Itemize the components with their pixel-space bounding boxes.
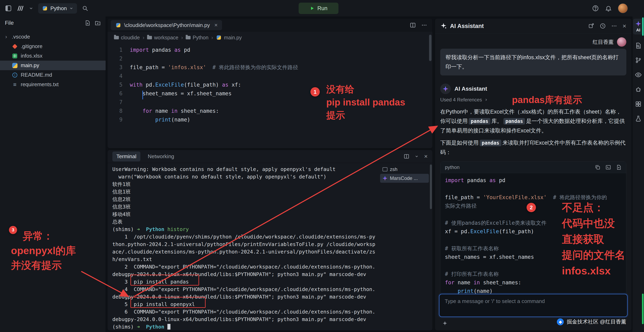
chevron-down-icon[interactable] <box>415 154 419 159</box>
preview-eye-icon[interactable] <box>635 71 642 78</box>
ai-panel-title: AI Assistant <box>450 23 484 29</box>
terminal-output[interactable]: UserWarning: Workbook contains no defaul… <box>108 163 432 331</box>
file-item-.vscode[interactable]: ›.vscode <box>0 32 106 42</box>
editor-code-line: 4 <box>108 72 432 81</box>
file-item-requirements.txt[interactable]: requirements.txt <box>0 80 106 89</box>
chevron-down-icon[interactable] <box>29 6 33 10</box>
notifications-bell-icon[interactable] <box>605 5 612 12</box>
breadcrumb-separator: › <box>181 35 183 40</box>
terminal-line: 2 COMMAND="export PYTHONPATH="/cloudide/… <box>112 263 432 271</box>
file-label: main.py <box>21 62 39 69</box>
file-search-icon[interactable] <box>635 42 642 49</box>
test-flask-icon[interactable] <box>635 115 642 122</box>
editor-scrollbar[interactable] <box>429 35 432 61</box>
copy-code-icon[interactable] <box>595 165 600 170</box>
juejin-logo-icon: ◆ <box>557 319 564 325</box>
file-label: infos.xlsx <box>21 53 42 59</box>
editor-code-line: 2 <box>108 54 432 63</box>
ai-name: AI Assistant <box>454 86 487 92</box>
sidebar-toggle-icon[interactable] <box>5 5 12 12</box>
terminal-line: 信息3班 <box>112 203 432 210</box>
help-icon[interactable] <box>592 5 599 12</box>
session-label: MarsCode ... <box>390 175 418 181</box>
chat-input[interactable] <box>444 298 623 305</box>
file-label: .gitignore <box>21 43 42 49</box>
editor-tab-title: \cloudide\workspace\Python\main.py <box>124 22 210 28</box>
editor-code-line: 6 sheet_names = xf.sheet_names <box>108 89 432 98</box>
new-chat-icon[interactable] <box>588 23 594 29</box>
breadcrumb-item-workspace[interactable]: workspace <box>147 35 178 40</box>
ai-code-line: for name in sheet_names: <box>445 278 622 287</box>
terminal-session-MarsCode-[interactable]: MarsCode ... <box>380 174 429 183</box>
terminal-line: 1 /opt/cloudide/pyenv/shims/python /clou… <box>112 233 432 241</box>
right-scrollbar-bottom[interactable] <box>642 294 644 324</box>
breadcrumb-separator: › <box>142 35 144 40</box>
chevron-down-icon <box>69 6 73 10</box>
terminal-line: thon.python-2024.2.1-universal/pythonFil… <box>112 241 432 248</box>
terminal-scrollbar[interactable] <box>430 165 432 209</box>
terminal-line: 4 COMMAND="export PYTHONPATH="/cloudide/… <box>112 286 432 293</box>
insert-to-file-icon[interactable] <box>616 165 622 170</box>
split-terminal-icon[interactable] <box>404 154 409 159</box>
debug-bug-icon[interactable] <box>635 86 642 93</box>
editor-code[interactable]: 1import pandas as pd2 3file_path = 'info… <box>108 43 432 124</box>
split-editor-icon[interactable] <box>410 22 416 28</box>
breadcrumb-item-cloudide[interactable]: cloudide <box>114 35 140 40</box>
ai-paragraph-2: 下面是如何使用pandas来读取并打印Excel文件中所有工作表名称的示例代码： <box>435 135 632 157</box>
new-file-icon[interactable] <box>84 20 90 26</box>
file-item-.gitignore[interactable]: .gitignore <box>0 42 106 51</box>
ai-code-line: # 打印所有工作表名称 <box>445 270 622 278</box>
extensions-grid-icon[interactable] <box>635 101 642 108</box>
ai-spark-icon <box>635 21 641 27</box>
marscode-logo-icon[interactable] <box>17 5 24 12</box>
ai-code-line <box>445 236 622 244</box>
close-panel-icon[interactable]: × <box>622 22 626 30</box>
close-tab-icon[interactable]: × <box>214 22 218 28</box>
new-folder-icon[interactable] <box>95 20 101 26</box>
run-button[interactable]: Run <box>299 3 338 14</box>
editor-code-line: 8 for name in sheet_names: <box>108 107 432 115</box>
terminal-session-zsh[interactable]: zsh <box>380 165 429 174</box>
file-item-infos.xlsx[interactable]: infos.xlsx <box>0 51 106 61</box>
ai-spark-icon <box>440 23 447 29</box>
terminal-icon <box>382 167 388 171</box>
more-actions-icon[interactable] <box>421 22 427 28</box>
ai-code-line: xf = pd.ExcelFile(file_path) <box>445 227 622 236</box>
ai-code-line: # 使用pandas的ExcelFile类来读取文件 <box>445 219 622 227</box>
breadcrumb-item-main.py[interactable]: main.py <box>216 34 242 40</box>
terminal-line: (shims) ➜ Python history <box>112 225 432 233</box>
editor-tab-main-py[interactable]: \cloudide\workspace\Python\main.py × <box>111 20 222 30</box>
environment-selector[interactable]: Python <box>38 3 77 13</box>
close-terminal-icon[interactable]: × <box>424 153 428 160</box>
ai-avatar <box>440 84 451 94</box>
file-item-README.md[interactable]: README.md <box>0 70 106 80</box>
right-scrollbar-top[interactable] <box>642 17 644 36</box>
editor-code-line: 1import pandas as pd <box>108 46 432 54</box>
terminal-line: 信息2班 <box>112 195 432 203</box>
file-label: requirements.txt <box>21 81 58 88</box>
breadcrumb-item-Python[interactable]: Python <box>186 35 208 40</box>
file-item-main.py[interactable]: main.py <box>0 61 106 70</box>
quick-actions-spark-icon[interactable] <box>442 321 448 326</box>
git-branch-icon[interactable] <box>635 57 642 64</box>
ai-code-block: python import pandas as pd file_path = '… <box>440 162 626 316</box>
ai-assistant-button[interactable]: AI <box>633 19 644 34</box>
more-actions-icon[interactable] <box>611 23 617 29</box>
references-toggle[interactable]: Used 4 References <box>435 95 632 104</box>
terminal-line: debugpy-2024.0.0-linux-x64/bundled/libs:… <box>112 316 432 323</box>
python-icon <box>216 35 221 40</box>
user-avatar[interactable] <box>618 3 628 13</box>
search-icon[interactable] <box>82 5 88 11</box>
user-name: 红目香薰 <box>592 38 614 46</box>
breadcrumb-separator: › <box>211 35 213 40</box>
excel-file-icon <box>12 53 18 59</box>
breadcrumb: cloudide›workspace›Python›main.py <box>108 32 432 43</box>
terminal-line: 5 pip install openpyxl <box>112 301 432 308</box>
history-icon[interactable] <box>600 23 606 29</box>
insert-to-terminal-icon[interactable] <box>606 165 611 170</box>
ai-paragraph-1: 在Python中，要读取Excel文件（.xlsx格式）的所有工作表（sheet… <box>435 104 632 135</box>
tab-terminal[interactable]: Terminal <box>112 152 140 162</box>
chat-input-box[interactable] <box>439 294 628 317</box>
tab-networking[interactable]: Networking <box>148 153 174 160</box>
git-file-icon <box>12 43 18 49</box>
